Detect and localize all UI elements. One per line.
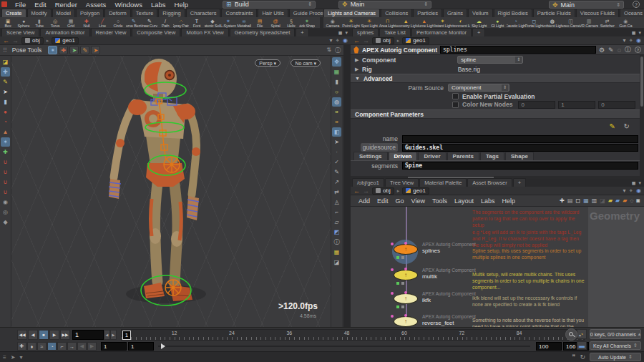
node-reverse-feet[interactable]: ↑ APEX Autorig Component reverse_feet <box>385 315 478 327</box>
playback-toggle[interactable]: ◔ <box>47 342 57 351</box>
shelf-tool[interactable]: ◫ Stereo Camera <box>562 17 580 29</box>
shelf-tool[interactable]: / Path <box>157 17 173 29</box>
shelf-tool[interactable]: ☀ Spot Light <box>360 17 379 29</box>
shelf-tool[interactable]: ✚ Null <box>79 17 94 29</box>
component-dropdown[interactable]: spline⇕ <box>457 56 523 64</box>
shelf-tab[interactable]: Lights and Cameras <box>323 9 380 17</box>
shelf-tool[interactable]: ◐ Environment Light <box>452 17 470 29</box>
viewport-tool-icon[interactable]: ✚ <box>1 147 10 157</box>
viewport-tool-icon[interactable]: ∪ <box>1 177 10 187</box>
shelf-tab[interactable]: Deform <box>104 9 131 17</box>
back-icon[interactable]: ← <box>353 37 360 44</box>
pane-tab[interactable]: splines <box>352 28 379 36</box>
back-icon[interactable]: ← <box>353 187 360 195</box>
search-icon[interactable]: ◌ <box>618 47 621 54</box>
pin-icon[interactable]: ⌖ <box>630 37 633 44</box>
playback-toggle[interactable]: ▶ <box>87 342 97 351</box>
parameter-tab[interactable]: Tags <box>480 152 504 160</box>
scoped-channels-icon[interactable]: ▬ <box>577 341 587 350</box>
forward-icon[interactable]: → <box>363 187 369 195</box>
parameter-tab[interactable]: Parents <box>447 152 479 160</box>
enable-partial-checkbox[interactable] <box>452 93 459 99</box>
link-icon[interactable]: ◉ <box>636 37 641 44</box>
viewport-tool-icon[interactable]: ◪ <box>1 57 10 67</box>
color-new-nodes-checkbox[interactable] <box>452 102 459 108</box>
viewport-display-icon[interactable]: ▦ <box>332 248 341 257</box>
shelf-tool[interactable]: ▥ VR Camera <box>580 17 598 29</box>
breadcrumb[interactable]: obj <box>372 37 394 44</box>
range-start-field[interactable]: 1 <box>101 342 127 351</box>
viewport-display-icon[interactable]: ▮ <box>332 77 341 87</box>
shelf-tool[interactable]: ▦ Grid <box>63 17 79 29</box>
network-menu-item[interactable]: Labs <box>477 197 499 205</box>
range-slider[interactable] <box>158 342 530 351</box>
shelf-tab[interactable]: Constraints <box>221 9 257 17</box>
shelf-tool[interactable]: ╱ Line <box>94 17 110 29</box>
wrench-icon[interactable]: ✚ <box>560 197 565 204</box>
shelf-tool[interactable]: ○ Circle <box>110 17 126 29</box>
network-menu-item[interactable]: Go <box>392 197 408 205</box>
transport-button[interactable]: ▶▶ <box>60 330 70 340</box>
network-menu-item[interactable]: Help <box>498 197 519 205</box>
sticky-note[interactable]: ikfk blend will set up the neccessary fk… <box>472 295 585 308</box>
viewport-tool-icon[interactable]: ▲ <box>1 127 10 137</box>
viewport-display-icon[interactable]: ↗ <box>332 177 341 187</box>
shelf-tool[interactable]: ☁ Sky Light <box>470 17 489 29</box>
refresh-icon[interactable]: ↻ <box>624 122 630 130</box>
display-options-icon[interactable]: ▰ <box>615 197 620 204</box>
current-frame-field[interactable]: 1 <box>72 330 104 340</box>
viewport-tool-icon[interactable]: ✚ <box>1 67 10 77</box>
menu-item[interactable]: Render <box>51 1 82 9</box>
shelf-tab[interactable]: Oceans <box>620 9 644 17</box>
shelf-tool[interactable]: ⇄ Switcher <box>598 17 617 29</box>
shape-palette-icon[interactable]: ▰ <box>608 197 613 204</box>
status-select-icon[interactable]: ➤ <box>11 354 16 361</box>
keys-channels-button[interactable]: 0 keys, 0/0 channels▴ <box>590 329 641 339</box>
network-menu-item[interactable]: Tools <box>429 197 451 205</box>
shelf-tab[interactable]: Polygon <box>76 9 104 17</box>
viewport-tool-icon[interactable]: ◔ <box>1 117 10 127</box>
menu-item[interactable]: Assets <box>82 1 111 9</box>
shelf-tool[interactable]: ▲ Geometry Light <box>396 17 415 29</box>
shelf-tool[interactable]: ◔ Caustic Light <box>507 17 525 29</box>
rig-value[interactable]: Base.rig <box>458 66 480 73</box>
shelf-tool[interactable]: ● Sphere <box>16 17 31 29</box>
viewport-display-icon[interactable]: ¤ <box>332 107 341 117</box>
pane-tab[interactable]: + <box>472 28 485 36</box>
list-view-icon[interactable]: ▥ <box>592 197 597 204</box>
transport-button[interactable]: ▶ <box>49 330 59 340</box>
shelf-tab[interactable]: Rigid Bodies <box>494 9 532 17</box>
pane-controls[interactable]: ◼▾ <box>632 30 644 36</box>
viewport-tool-icon[interactable]: ✶ <box>1 137 10 147</box>
shelf-tab[interactable]: Rigging <box>158 9 185 17</box>
pane-tab[interactable]: Take List <box>379 28 411 36</box>
shelf-tool[interactable]: ▣ Box <box>0 17 16 29</box>
transport-button[interactable]: ■ <box>39 330 49 340</box>
pose-tool-button[interactable]: ✶ <box>48 46 57 54</box>
snapshot-icon[interactable]: ◻ <box>576 197 581 204</box>
node-input[interactable] <box>404 314 407 317</box>
sticky-note[interactable]: e.g *Leg will add an ik to joints with t… <box>472 230 585 248</box>
viewport-display-icon[interactable]: ▱ <box>332 217 341 227</box>
pane-tab[interactable]: Motion FX View <box>181 28 228 36</box>
menu-item[interactable]: Windows <box>110 1 147 9</box>
guidesource-field[interactable]: Guides.skel <box>402 144 638 152</box>
node-splines[interactable]: ↑ APEX Autorig Component splines <box>385 243 478 261</box>
shelf-tool[interactable]: ∞ Metaball <box>236 17 252 29</box>
message-log-icon[interactable]: ❞ <box>572 353 576 361</box>
pane-controls[interactable]: ◼▾ <box>632 180 644 187</box>
node-body[interactable]: ↑ <box>394 293 418 304</box>
frame-all-icon[interactable]: ◙ <box>636 197 640 204</box>
shelf-tab[interactable]: Hair Utils <box>258 9 288 17</box>
playback-toggle[interactable]: ≈ <box>37 342 47 351</box>
viewport-display-icon[interactable]: ⌐ <box>332 207 341 217</box>
help-icon[interactable]: ? <box>633 1 640 8</box>
viewport-tool-icon[interactable]: ● <box>1 107 10 117</box>
shelf-tab[interactable]: Collisions <box>381 9 412 17</box>
menu-item[interactable]: File <box>11 1 30 9</box>
pane-controls[interactable]: ◼▾ <box>338 30 351 36</box>
pose-tool-button[interactable]: ✚ <box>59 46 68 54</box>
playback-toggle[interactable]: ♦ <box>27 342 36 351</box>
brush-icon[interactable]: ✎ <box>608 47 614 54</box>
transport-button[interactable]: ◀◀ <box>17 330 27 340</box>
